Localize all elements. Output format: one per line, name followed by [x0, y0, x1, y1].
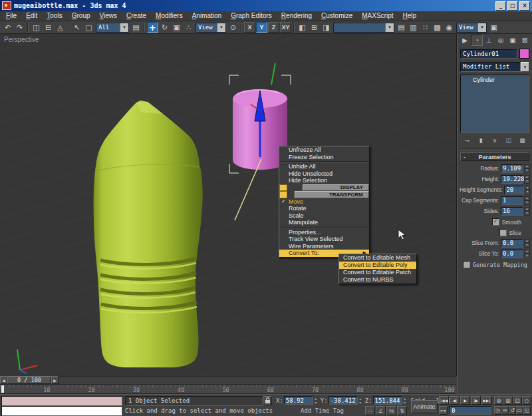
select-and-uniform-scale-button[interactable]: ▣: [171, 22, 182, 33]
undo-button[interactable]: ↶: [2, 22, 13, 33]
menu-item-track-view-selected[interactable]: Track View Selected: [279, 236, 369, 243]
restrict-to-x-button[interactable]: X: [244, 22, 255, 33]
menu-item-hide-selection[interactable]: Hide Selection: [279, 177, 369, 184]
redo-button[interactable]: ↷: [14, 22, 25, 33]
render-last-button[interactable]: ▣: [488, 22, 499, 33]
checkbox-row-smooth[interactable]: ✓Smooth: [460, 218, 530, 226]
spinner-arrows-icon[interactable]: ▴▾: [358, 397, 362, 405]
chevron-down-icon[interactable]: ▼: [217, 23, 225, 32]
go-to-end-button[interactable]: ▶▶|: [481, 396, 491, 405]
quad-handle-icon[interactable]: [279, 184, 287, 192]
spinner-down-icon[interactable]: ▼: [524, 243, 530, 248]
time-slider-handle[interactable]: 0 / 100: [7, 376, 51, 384]
spinner-snap-button[interactable]: ⇅: [397, 406, 407, 415]
menu-item-unfreeze-all[interactable]: Unfreeze All: [279, 146, 369, 154]
coordinate-field-x[interactable]: 58.92: [284, 396, 313, 405]
select-object-button[interactable]: ↖: [71, 22, 82, 33]
menu-views[interactable]: Views: [95, 11, 122, 21]
add-time-tag[interactable]: Add Time Tag: [301, 407, 344, 414]
bind-to-space-warp-button[interactable]: ◬: [55, 22, 66, 33]
tab-utilities[interactable]: ⊠: [519, 35, 531, 46]
tab-motion[interactable]: ◎: [495, 35, 507, 46]
spinner-down-icon[interactable]: ▼: [524, 211, 530, 216]
remove-modifier-button[interactable]: ◫: [503, 136, 513, 144]
select-and-rotate-button[interactable]: ↻: [159, 22, 170, 33]
lock-selection-button[interactable]: [263, 396, 272, 405]
percent-snap-button[interactable]: %: [386, 406, 396, 415]
time-slider-track[interactable]: [59, 376, 456, 384]
menu-item-convert-to-editable-poly[interactable]: Convert to Editable Poly: [339, 262, 416, 269]
field-of-view-button[interactable]: ◇: [522, 396, 531, 405]
chevron-down-icon[interactable]: ▼: [385, 23, 394, 32]
viewport-canvas[interactable]: [0, 34, 456, 376]
restore-button[interactable]: □: [507, 1, 518, 11]
animate-button[interactable]: Animate: [411, 400, 438, 413]
menu-graph-editors[interactable]: Graph Editors: [226, 11, 277, 21]
spinner-arrows-icon[interactable]: ▲▼: [524, 239, 530, 248]
make-unique-button[interactable]: ∨: [490, 136, 500, 144]
time-configuration-button[interactable]: ◷: [494, 406, 501, 415]
maxscript-mini-listener-white[interactable]: [1, 406, 122, 416]
pin-stack-button[interactable]: ⊸: [462, 136, 472, 144]
spinner-arrows-icon[interactable]: ▲▼: [524, 164, 530, 173]
viewport-label[interactable]: Perspective: [4, 36, 39, 43]
next-frame-button[interactable]: |▶: [471, 396, 481, 405]
spinner-down-icon[interactable]: ▼: [524, 179, 530, 184]
restrict-to-xy-plane-button[interactable]: XY: [280, 22, 291, 33]
restrict-to-y-button[interactable]: Y: [256, 22, 267, 33]
menu-item-unhide-all[interactable]: Unhide All: [279, 163, 369, 170]
named-selection-sets-dropdown[interactable]: ▼: [333, 23, 394, 33]
menu-help[interactable]: Help: [398, 11, 422, 21]
render-scene-button[interactable]: ▩: [432, 22, 443, 33]
spinner-down-icon[interactable]: ▼: [524, 200, 530, 205]
menu-item-scale[interactable]: Scale: [279, 212, 369, 220]
menu-edit[interactable]: Edit: [21, 11, 42, 21]
track-bar[interactable]: 102030405060708090100: [0, 385, 456, 394]
spinner-arrows-icon[interactable]: ▲▼: [524, 196, 530, 205]
spinner-arrows-icon[interactable]: ▴▾: [314, 397, 318, 405]
minimize-button[interactable]: _: [495, 1, 506, 11]
tab-hierarchy[interactable]: ⊥: [483, 35, 495, 46]
render-type-dropdown[interactable]: View▼: [456, 23, 487, 33]
menu-item-convert-to-editable-mesh[interactable]: Convert to Editable Mesh: [339, 254, 416, 262]
unlink-selection-button[interactable]: ⊟: [43, 22, 54, 33]
min-max-toggle-button[interactable]: ◱: [523, 406, 531, 415]
go-to-start-button[interactable]: |◀◀: [439, 396, 449, 405]
time-slider-left-arrow[interactable]: ◀: [0, 376, 7, 384]
mirror-button[interactable]: ◧: [297, 22, 308, 33]
show-end-result-button[interactable]: ▮: [476, 136, 486, 144]
selection-filter-dropdown[interactable]: All▼: [96, 23, 129, 33]
param-value-field[interactable]: 9.109: [501, 164, 523, 173]
title-bar[interactable]: mugeaibottle.max - 3ds max 4 _□×: [0, 0, 532, 11]
menu-create[interactable]: Create: [122, 11, 151, 21]
configure-modifier-sets-button[interactable]: ▦: [517, 136, 527, 144]
play-button[interactable]: ▶: [460, 396, 470, 405]
bottle-model[interactable]: [94, 101, 203, 367]
spinner-arrows-icon[interactable]: ▴▾: [403, 397, 407, 405]
quick-render-button[interactable]: ◉: [444, 22, 455, 33]
tab-create[interactable]: ▶: [459, 35, 471, 46]
menu-item-wire-parameters[interactable]: Wire Parameters: [279, 243, 369, 250]
previous-frame-button[interactable]: ◀|: [450, 396, 460, 405]
parameters-rollout-header[interactable]: - Parameters: [460, 152, 529, 161]
maxscript-mini-listener-pink[interactable]: [1, 396, 122, 406]
coordinate-field-y[interactable]: -38.412: [329, 396, 358, 405]
key-mode-toggle-button[interactable]: ⊶: [439, 406, 448, 415]
spinner-down-icon[interactable]: ▼: [525, 190, 530, 194]
modifier-list-arrow-icon[interactable]: ▼: [521, 62, 529, 72]
tab-display[interactable]: ▣: [507, 35, 519, 46]
object-color-swatch[interactable]: [519, 49, 529, 59]
slice-checkbox[interactable]: [499, 229, 507, 236]
spinner-down-icon[interactable]: ▼: [524, 254, 530, 258]
coordinate-field-z[interactable]: 151.844: [373, 396, 402, 405]
open-schematic-view-button[interactable]: ▥: [408, 22, 419, 33]
chevron-down-icon[interactable]: ▼: [477, 23, 486, 32]
menu-item-properties[interactable]: Properties...: [279, 229, 369, 236]
menu-customize[interactable]: Customize: [317, 11, 357, 21]
open-track-view-button[interactable]: ▤: [396, 22, 407, 33]
viewport-perspective[interactable]: Perspective Unfreeze AllFreeze Selection…: [0, 34, 457, 376]
time-slider-right-arrow[interactable]: ▶: [51, 376, 59, 384]
array-button[interactable]: ⊞: [309, 22, 320, 33]
select-by-name-button[interactable]: ▤: [130, 22, 142, 33]
restrict-to-z-button[interactable]: Z: [268, 22, 279, 33]
